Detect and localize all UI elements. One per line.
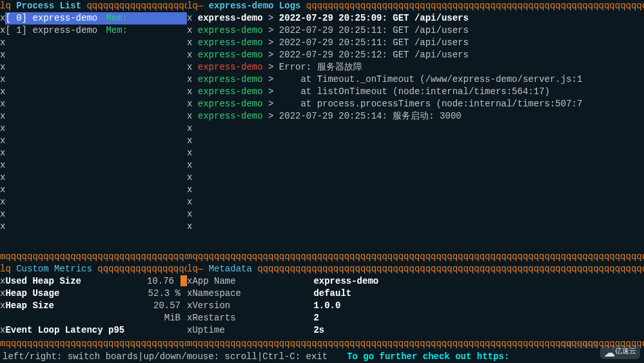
metadata-panel: lq— Metadata qqqqqqqqqqqqqqqqqqqqqqqqqqq… <box>187 263 644 350</box>
metrics-body: x Used Heap Size10.76x Heap Usage52.3 %x… <box>0 275 187 338</box>
metric-value: 20.57 MiB <box>135 300 187 324</box>
logs-panel: lq— express-demo Logs qqqqqqqqqqqqqqqqqq… <box>187 0 644 263</box>
metric-value <box>135 324 187 337</box>
process-name: [ 0] express-demo <box>5 12 106 25</box>
footer-bar: left/right: switch boards | up/down/mous… <box>0 350 644 363</box>
metadata-row: x Uptime2s <box>187 324 644 337</box>
metadata-value: 2 <box>313 312 644 324</box>
metric-highlight-icon <box>181 275 187 286</box>
metadata-key: App Name <box>192 275 313 288</box>
metrics-row: x Used Heap Size10.76 <box>0 275 187 288</box>
log-message: 2022-07-29 20:25:09: GET /api/users <box>279 12 469 25</box>
log-line: x express-demo > 2022-07-29 20:25:09: GE… <box>187 12 644 25</box>
process-list-body[interactable]: x[ 0] express-demoMem:x[ 1] express-demo… <box>0 12 187 251</box>
metadata-title: Metadata <box>209 264 252 274</box>
metadata-title-row: lq— Metadata qqqqqqqqqqqqqqqqqqqqqqqqqqq… <box>187 263 644 275</box>
log-app-name: express-demo <box>198 25 263 37</box>
logs-body[interactable]: x express-demo > 2022-07-29 20:25:09: GE… <box>187 12 644 251</box>
process-list-title-row: lq Process List qqqqqqqqqqqqqqqqqqqqqq <box>0 0 187 12</box>
metric-name: Event Loop Latency p95 <box>5 324 135 337</box>
log-message: 2022-07-29 20:25:11: GET /api/users <box>279 25 469 37</box>
log-app-name: express-demo <box>198 49 263 61</box>
log-line: x express-demo > 2022-07-29 20:25:14: 服务… <box>187 110 644 123</box>
footer-hint-exit: Ctrl-C: exit <box>262 351 327 363</box>
process-list-title: Process List <box>16 1 81 11</box>
log-message: Error: 服务器故障 <box>279 61 362 74</box>
metrics-title: Custom Metrics <box>16 264 92 274</box>
metadata-value: express-demo <box>313 275 644 288</box>
process-row[interactable]: x[ 0] express-demoMem: <box>0 12 187 25</box>
log-line: x express-demo > at process.processTimer… <box>187 98 644 110</box>
log-message: at process.processTimers (node:internal/… <box>279 98 582 110</box>
log-app-name: express-demo <box>198 98 263 110</box>
metadata-body: x App Nameexpress-demox Namespacedefault… <box>187 275 644 338</box>
log-line: x express-demo > 2022-07-29 20:25:12: GE… <box>187 49 644 61</box>
metadata-value: default <box>313 288 644 300</box>
metadata-value: 1.0.0 <box>313 300 644 312</box>
log-message: 2022-07-29 20:25:11: GET /api/users <box>279 37 469 49</box>
log-line: x express-demo > Error: 服务器故障 <box>187 61 644 74</box>
log-line: x express-demo > 2022-07-29 20:25:11: GE… <box>187 37 644 49</box>
metric-name: Heap Size <box>5 300 135 324</box>
footer-promo: To go further check out https: <box>347 351 509 363</box>
process-mem-label: Mem: <box>106 12 139 25</box>
log-app-name: express-demo <box>198 61 263 74</box>
metadata-row: x Restarts2 <box>187 312 644 324</box>
log-message: 2022-07-29 20:25:12: GET /api/users <box>279 49 469 61</box>
metrics-title-row: lq Custom Metrics qqqqqqqqqqqqqqqqqqq <box>0 263 187 275</box>
metadata-key: Version <box>192 300 313 312</box>
log-app-name: express-demo <box>198 12 263 25</box>
metrics-row: x Heap Usage52.3 % <box>0 288 187 300</box>
metrics-row: x Heap Size20.57 MiB <box>0 300 187 324</box>
log-app-name: express-demo <box>198 86 263 98</box>
process-mem-label: Mem: <box>106 25 139 37</box>
log-message: 2022-07-29 20:25:14: 服务启动: 3000 <box>279 110 462 123</box>
metadata-bottom-border: mqqqqqqqqqqqqqqqqqqqqqqqqqqqqqqqqqqqqqqq… <box>187 338 644 350</box>
footer-hint-switch: left/right: switch boards <box>3 351 138 363</box>
logs-bottom-border: mqqqqqqqqqqqqqqqqqqqqqqqqqqqqqqqqqqqqqqq… <box>187 251 644 263</box>
metadata-row: x Version1.0.0 <box>187 300 644 312</box>
log-app-name: express-demo <box>198 110 263 123</box>
metric-value: 10.76 <box>129 275 181 288</box>
process-list-bottom-border: mqqqqqqqqqqqqqqqqqqqqqqqqqqqqqqqqqqqqqj <box>0 251 187 263</box>
footer-hint-scroll: up/down/mouse: scroll <box>143 351 257 363</box>
metrics-panel: lq Custom Metrics qqqqqqqqqqqqqqqqqqq x … <box>0 263 187 350</box>
metrics-bottom-border: mqqqqqqqqqqqqqqqqqqqqqqqqqqqqqqqqqqqqqj <box>0 338 187 350</box>
log-line: x express-demo > 2022-07-29 20:25:11: GE… <box>187 25 644 37</box>
log-message: at Timeout._onTimeout (/www/express-demo… <box>279 74 582 86</box>
process-row[interactable]: x[ 1] express-demoMem: <box>0 25 187 37</box>
metadata-key: Uptime <box>192 324 313 337</box>
metadata-key: Restarts <box>192 312 313 324</box>
log-app-name: express-demo <box>198 37 263 49</box>
process-list-panel: lq Process List qqqqqqqqqqqqqqqqqqqqqq x… <box>0 0 187 263</box>
metric-name: Heap Usage <box>5 288 135 300</box>
log-app-name: express-demo <box>198 74 263 86</box>
log-line: x express-demo > at listOnTimeout (node:… <box>187 86 644 98</box>
metadata-row: x App Nameexpress-demo <box>187 275 644 288</box>
metric-name: Used Heap Size <box>5 275 129 288</box>
metadata-key: Namespace <box>192 288 313 300</box>
logs-title: express-demo Logs <box>209 1 301 11</box>
metrics-row: x Event Loop Latency p95 <box>0 324 187 337</box>
process-name: [ 1] express-demo <box>5 25 106 37</box>
metadata-row: x Namespacedefault <box>187 288 644 300</box>
log-message: at listOnTimeout (node:internal/timers:5… <box>279 86 550 98</box>
log-line: x express-demo > at Timeout._onTimeout (… <box>187 74 644 86</box>
metric-value: 52.3 % <box>135 288 187 300</box>
metadata-value: 2s <box>313 324 644 337</box>
logs-title-row: lq— express-demo Logs qqqqqqqqqqqqqqqqqq… <box>187 0 644 12</box>
